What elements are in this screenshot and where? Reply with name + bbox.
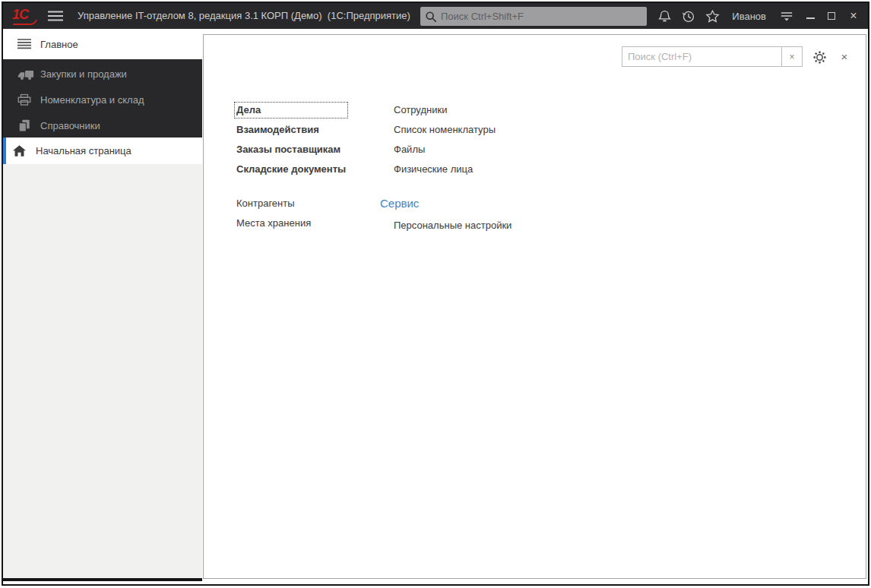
search-icon	[425, 11, 437, 23]
truck-icon	[17, 68, 37, 81]
app-window: 1С Управление IT-отделом 8, редакция 3.1…	[2, 2, 869, 586]
link-dela[interactable]: Дела	[236, 104, 346, 116]
panel-search-input[interactable]	[622, 47, 781, 66]
documents-icon	[17, 119, 37, 132]
active-accent-bar	[3, 138, 6, 164]
close-panel-icon[interactable]: ×	[836, 48, 853, 65]
sidebar-item-zakupki[interactable]: Закупки и продажи	[3, 61, 202, 87]
main-menu-hamburger-icon[interactable]	[47, 10, 64, 22]
link-vzaimodeystviya[interactable]: Взаимодействия	[236, 124, 346, 136]
list-icon	[17, 38, 37, 50]
minimize-icon[interactable]	[800, 3, 821, 29]
link-sotrudniki[interactable]: Сотрудники	[394, 104, 496, 116]
home-icon	[13, 145, 33, 156]
link-mesta-khraneniya[interactable]: Места хранения	[236, 217, 311, 229]
catalogs-links-column: Сотрудники Список номенклатуры Файлы Физ…	[394, 104, 496, 183]
link-personalnye-nastroyki[interactable]: Персональные настройки	[394, 220, 512, 232]
sidebar-bottom-border	[3, 578, 202, 581]
service-section-header[interactable]: Сервис	[380, 197, 512, 210]
extra-links-column: Контрагенты Места хранения	[236, 198, 311, 237]
link-zakazy-postavshchikam[interactable]: Заказы поставщикам	[236, 144, 346, 156]
global-search-input[interactable]	[441, 11, 642, 22]
link-kontragenty[interactable]: Контрагенты	[236, 198, 311, 210]
global-search-box[interactable]	[420, 7, 647, 26]
sidebar-lower-background	[3, 164, 202, 578]
link-fayly[interactable]: Файлы	[394, 144, 496, 156]
panel-search-box[interactable]: ×	[622, 46, 803, 67]
notifications-bell-icon[interactable]	[653, 3, 676, 29]
window-title: Управление IT-отделом 8, редакция 3.1 КО…	[78, 3, 410, 29]
title-bar: 1С Управление IT-отделом 8, редакция 3.1…	[3, 3, 868, 29]
service-section: Сервис Персональные настройки	[380, 197, 512, 232]
clear-search-icon[interactable]: ×	[781, 47, 802, 66]
sidebar-item-home-page[interactable]: Начальная страница	[3, 138, 202, 164]
favorites-star-icon[interactable]	[700, 3, 724, 29]
sidebar-item-glavnoe[interactable]: Главное	[3, 29, 202, 59]
current-user-button[interactable]: Иванов	[724, 11, 774, 22]
documents-links-column: Дела Взаимодействия Заказы поставщикам С…	[236, 104, 346, 183]
logo-swoosh	[13, 20, 37, 25]
maximize-icon[interactable]	[821, 3, 842, 29]
sidebar-item-spravochniki[interactable]: Справочники	[3, 112, 202, 139]
link-skladskie-dokumenty[interactable]: Складские документы	[236, 163, 346, 175]
gear-icon[interactable]	[810, 48, 828, 66]
history-icon[interactable]	[676, 3, 700, 29]
service-settings-menu-icon[interactable]	[774, 3, 800, 29]
close-window-icon[interactable]: ×	[842, 3, 865, 29]
printer-icon	[17, 93, 37, 106]
home-page-panel: × × Дела Взаимодействия Заказы поставщик…	[203, 34, 866, 579]
sidebar-item-nomenklatura[interactable]: Номенклатура и склад	[3, 87, 202, 113]
titlebar-right-controls: Иванов ×	[653, 3, 865, 29]
1c-logo-icon: 1С	[12, 7, 43, 25]
link-fizicheskie-litsa[interactable]: Физические лица	[394, 163, 496, 175]
link-spisok-nomenklatury[interactable]: Список номенклатуры	[394, 124, 496, 136]
